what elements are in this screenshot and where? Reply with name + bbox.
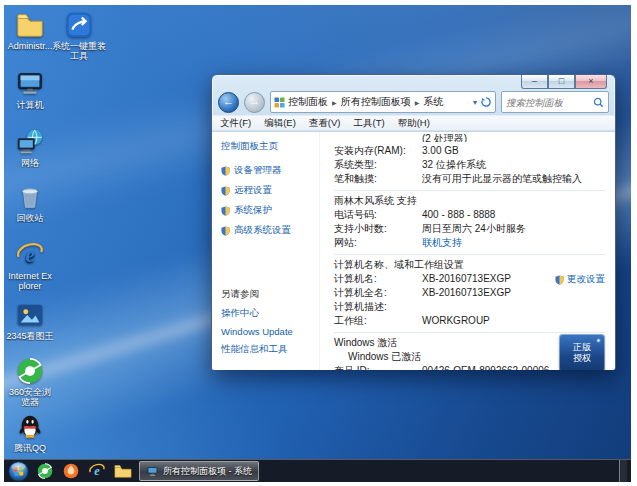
sidebar-item-label: 远程设置 [234, 184, 272, 197]
search-input[interactable] [502, 97, 593, 108]
address-bar[interactable]: 控制面板 ▶ 所有控制面板项 ▶ 系统 ▾ [270, 91, 496, 113]
name-row-workgroup: 工作组: WORKGROUP [334, 314, 605, 328]
support-label: 电话号码: [334, 208, 422, 222]
name-value: XB-20160713EXGP [422, 272, 511, 286]
refresh-icon[interactable] [480, 96, 492, 108]
menu-edit[interactable]: 编辑(E) [264, 117, 296, 130]
address-dropdown-icon[interactable]: ▾ [473, 98, 477, 107]
support-row-hours: 支持小时数: 周日至周六 24小时服务 [334, 222, 605, 236]
maximize-button[interactable]: □ [548, 75, 575, 89]
spec-value: 3.00 GB [422, 144, 459, 158]
desktop-icon-label: Internet Explorer [6, 271, 54, 291]
name-value: XB-20160713EXGP [422, 286, 511, 300]
spec-row-installed-memory: 安装内存(RAM): 3.00 GB [334, 144, 605, 158]
sidebar-item-label: 设备管理器 [234, 164, 282, 177]
desktop-icon-administrator[interactable]: Administr... [6, 10, 54, 51]
clipped-processor-line: (2 处理器) [422, 134, 605, 142]
breadcrumb-system[interactable]: 系统 [420, 95, 446, 109]
minimize-button[interactable]: – [521, 75, 548, 89]
breadcrumb-control-panel[interactable]: 控制面板 [285, 95, 331, 109]
desktop-icon-image-viewer[interactable]: 2345看图王 [6, 300, 54, 341]
sidebar-item-windows-update[interactable]: Windows Update [221, 326, 315, 337]
start-button[interactable] [8, 461, 29, 482]
desktop-icon-label: Administr... [6, 41, 54, 51]
sidebar-item-control-panel-home[interactable]: 控制面板主页 [221, 140, 315, 153]
internet-explorer-icon: e [88, 462, 106, 480]
forward-button[interactable]: → [244, 92, 265, 113]
support-label: 支持小时数: [334, 222, 422, 236]
name-label: 计算机全名: [334, 286, 422, 300]
window-titlebar[interactable]: – □ × [212, 75, 615, 89]
sidebar-item-performance-tools[interactable]: 性能信息和工具 [221, 343, 315, 356]
menu-help[interactable]: 帮助(H) [398, 117, 430, 130]
desktop-icon-label: 回收站 [6, 213, 54, 223]
computer-icon [15, 69, 45, 99]
desktop-icon-qq[interactable]: 腾讯QQ [6, 412, 54, 453]
menu-view[interactable]: 查看(V) [309, 117, 341, 130]
browser-360-icon [15, 356, 45, 386]
badge-line: 授权 [573, 353, 591, 364]
task-button-label: 所有控制面板项 - 系统 [163, 465, 252, 478]
close-button[interactable]: × [575, 75, 607, 89]
show-desktop-button[interactable] [619, 460, 627, 482]
support-row-phone: 电话号码: 400 - 888 - 8888 [334, 208, 605, 222]
sidebar-item-device-manager[interactable]: 设备管理器 [221, 164, 315, 177]
sidebar: 控制面板主页 设备管理器 远程设置 系统保护 高级系统设置 [212, 132, 320, 370]
svg-text:e: e [94, 464, 100, 478]
sidebar-item-system-protection[interactable]: 系统保护 [221, 204, 315, 217]
network-icon [15, 127, 45, 157]
window-body: 控制面板主页 设备管理器 远程设置 系统保护 高级系统设置 [212, 131, 615, 370]
name-row-full-name: 计算机全名: XB-20160713EXGP [334, 286, 605, 300]
sidebar-item-action-center[interactable]: 操作中心 [221, 307, 315, 320]
search-icon[interactable] [593, 97, 604, 108]
breadcrumb-separator-icon: ▶ [331, 99, 338, 106]
control-panel-icon [274, 97, 285, 108]
see-also-section: 另请参阅 操作中心 Windows Update 性能信息和工具 [221, 288, 315, 362]
spec-value: 没有可用于此显示器的笔或触控输入 [422, 172, 582, 186]
menu-file[interactable]: 文件(F) [220, 117, 251, 130]
taskbar-app-orange-icon[interactable] [61, 461, 81, 481]
taskbar-internet-explorer-icon[interactable]: e [87, 461, 107, 481]
back-button[interactable]: ← [218, 92, 239, 113]
taskbar-task-button-system[interactable]: 所有控制面板项 - 系统 [139, 461, 259, 481]
genuine-windows-badge: 正版 授权 [559, 334, 605, 370]
change-settings-link[interactable]: 更改设置 [555, 273, 605, 286]
menu-tools[interactable]: 工具(T) [353, 117, 384, 130]
desktop-icon-label: 网络 [6, 158, 54, 168]
qq-icon [15, 412, 45, 442]
sidebar-item-advanced-system-settings[interactable]: 高级系统设置 [221, 224, 315, 237]
windows-activation-section: Windows 激活 Windows 已激活 产品 ID: 00426-OEM-… [334, 332, 605, 370]
taskbar-browser-360-icon[interactable] [35, 461, 55, 481]
uac-shield-icon [555, 275, 564, 285]
desktop-icon-label: 腾讯QQ [6, 443, 54, 453]
desktop-icon-internet-explorer[interactable]: e Internet Explorer [6, 240, 54, 291]
navigation-bar: ← → 控制面板 ▶ 所有控制面板项 ▶ 系统 ▾ [212, 89, 615, 115]
computer-name-section: 计算机名称、域和工作组设置 更改设置 计算机名: XB-20160713EXGP… [334, 254, 605, 328]
desktop-icon-computer[interactable]: 计算机 [6, 69, 54, 110]
name-row-description: 计算机描述: [334, 300, 605, 314]
svg-text:e: e [25, 244, 34, 266]
sidebar-item-label: 高级系统设置 [234, 224, 291, 237]
breadcrumb-all-items[interactable]: 所有控制面板项 [338, 95, 414, 109]
search-box[interactable] [501, 91, 609, 113]
desktop-icon-system-reinstall-tool[interactable]: 系统一键重装工具 [52, 10, 106, 61]
activation-status: Windows 已激活 [348, 350, 421, 364]
desktop-icon-browser-360[interactable]: 360安全浏览器 [6, 356, 54, 407]
desktop-icon-network[interactable]: 网络 [6, 127, 54, 168]
caption-buttons: – □ × [521, 75, 607, 89]
support-label: 网站: [334, 236, 422, 250]
online-support-link[interactable]: 联机支持 [422, 236, 462, 250]
sidebar-item-remote-settings[interactable]: 远程设置 [221, 184, 315, 197]
spec-row-system-type: 系统类型: 32 位操作系统 [334, 158, 605, 172]
taskbar-file-explorer-icon[interactable] [113, 461, 133, 481]
see-also-title: 另请参阅 [221, 288, 315, 301]
support-value: 400 - 888 - 8888 [422, 208, 495, 222]
spec-label: 安装内存(RAM): [334, 144, 422, 158]
menu-bar: 文件(F) 编辑(E) 查看(V) 工具(T) 帮助(H) [212, 115, 615, 131]
uac-shield-icon [221, 166, 230, 176]
name-value: WORKGROUP [422, 314, 490, 328]
desktop-icon-recycle-bin[interactable]: 回收站 [6, 182, 54, 223]
product-id-value: 00426-OEM-8992662-00006 [422, 364, 549, 370]
spec-value: 32 位操作系统 [422, 158, 486, 172]
computer-name-section-title: 计算机名称、域和工作组设置 [334, 258, 605, 272]
